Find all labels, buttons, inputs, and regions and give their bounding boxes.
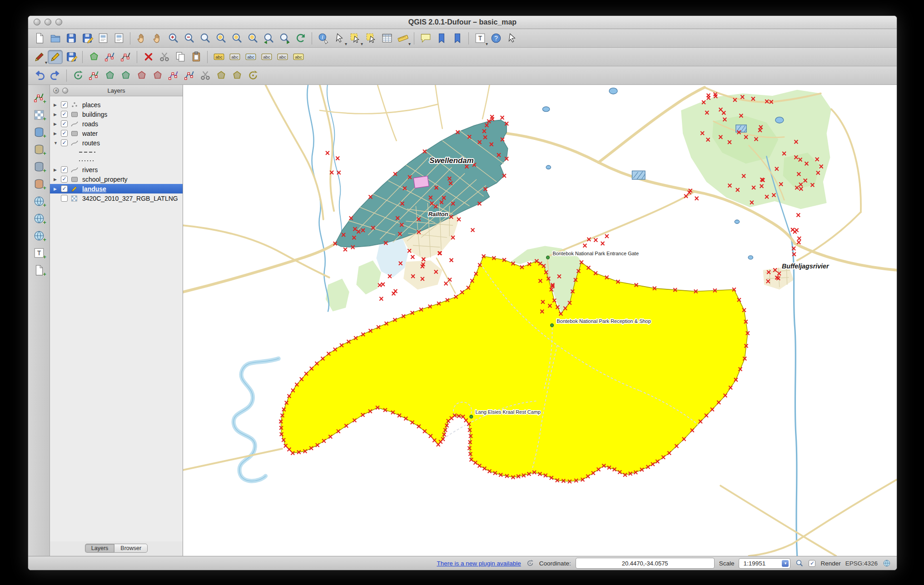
layer-item-rivers[interactable]: ▶✓rivers xyxy=(50,165,183,174)
node-tool-button[interactable] xyxy=(118,50,133,64)
expand-arrow-icon[interactable]: ▶ xyxy=(54,103,61,107)
layer-visibility-checkbox[interactable]: ✓ xyxy=(61,166,68,173)
open-attribute-table-button[interactable] xyxy=(379,31,394,45)
dropdown-arrow-icon[interactable]: ▾ xyxy=(408,41,411,46)
layer-visibility-checkbox[interactable]: ✓ xyxy=(61,101,68,108)
dropdown-arrow-icon[interactable]: ▾ xyxy=(486,41,488,46)
measure-button[interactable]: ▾ xyxy=(395,31,410,45)
add-postgis-layer-button[interactable]: + xyxy=(31,125,46,139)
layer-item-landuse[interactable]: ▶✓landuse xyxy=(50,184,183,193)
expand-arrow-icon[interactable]: ▶ xyxy=(54,122,61,126)
dropdown-arrow-icon[interactable]: ▾ xyxy=(45,60,47,65)
layer-item-places[interactable]: ▶✓places xyxy=(50,100,183,109)
copy-features-button[interactable] xyxy=(173,50,188,64)
toggle-editing-button[interactable] xyxy=(48,50,63,64)
undo-button[interactable] xyxy=(32,69,47,83)
rotate-point-symbols-button[interactable] xyxy=(245,69,260,83)
simplify-feature-button[interactable] xyxy=(86,69,101,83)
identify-features-button[interactable] xyxy=(316,31,331,45)
add-vector-layer-button[interactable]: + xyxy=(31,90,46,104)
show-bookmarks-button[interactable] xyxy=(450,31,465,45)
plugin-icon[interactable] xyxy=(526,559,535,568)
add-wfs-layer-button[interactable]: + xyxy=(31,228,46,243)
add-spatialite-layer-button[interactable]: + xyxy=(31,142,46,156)
split-features-button[interactable] xyxy=(198,69,213,83)
zoom-next-button[interactable] xyxy=(277,31,292,45)
refresh-map-button[interactable] xyxy=(293,31,308,45)
expand-arrow-icon[interactable]: ▶ xyxy=(54,168,61,172)
delete-ring-button[interactable] xyxy=(134,69,149,83)
delete-selected-button[interactable] xyxy=(141,50,156,64)
add-ring-button[interactable] xyxy=(102,69,117,83)
open-project-button[interactable] xyxy=(48,31,63,45)
dropdown-arrow-icon[interactable]: ▾ xyxy=(361,41,363,46)
pan-to-selection-button[interactable] xyxy=(150,31,165,45)
merge-features-button[interactable] xyxy=(214,69,229,83)
layer-item-roads[interactable]: ▶✓roads xyxy=(50,119,183,129)
combo-arrow-icon[interactable]: ▾ xyxy=(782,560,789,567)
new-shapefile-layer-button[interactable]: + xyxy=(31,263,46,277)
save-project-as-button[interactable] xyxy=(79,31,94,45)
collapse-arrow-icon[interactable]: ▼ xyxy=(54,141,61,145)
render-toggle[interactable]: ✓ Render xyxy=(809,560,840,567)
label-show-hide-button[interactable] xyxy=(243,50,258,64)
zoom-out-button[interactable] xyxy=(182,31,197,45)
layer-item-water[interactable]: ▶✓water xyxy=(50,129,183,138)
map-canvas[interactable]: SwellendamRailtonBontebok National Park … xyxy=(183,85,897,556)
zoom-full-button[interactable] xyxy=(214,31,229,45)
layer-visibility-checkbox[interactable]: ✓ xyxy=(61,176,68,183)
labeling-button[interactable] xyxy=(211,50,226,64)
layer-item-buildings[interactable]: ▶✓buildings xyxy=(50,109,183,119)
expand-arrow-icon[interactable]: ▶ xyxy=(54,177,61,182)
save-project-button[interactable] xyxy=(64,31,79,45)
rotate-feature-button[interactable] xyxy=(70,69,85,83)
add-part-button[interactable] xyxy=(118,69,133,83)
reshape-features-button[interactable] xyxy=(166,69,181,83)
layer-visibility-checkbox[interactable]: ✓ xyxy=(61,185,68,192)
add-delimited-text-layer-button[interactable]: + xyxy=(31,246,46,260)
coordinate-input[interactable] xyxy=(576,558,715,569)
cut-features-button[interactable] xyxy=(157,50,172,64)
dropdown-arrow-icon[interactable]: ▾ xyxy=(345,41,347,46)
new-project-button[interactable] xyxy=(32,31,47,45)
label-move-button[interactable] xyxy=(259,50,274,64)
add-wcs-layer-button[interactable]: + xyxy=(31,211,46,225)
expand-arrow-icon[interactable]: ▶ xyxy=(54,112,61,117)
current-edits-button[interactable]: ▾ xyxy=(32,50,47,64)
routes-symbology-item[interactable] xyxy=(50,156,183,165)
redo-button[interactable] xyxy=(48,69,63,83)
zoom-to-layer-button[interactable] xyxy=(245,31,260,45)
tab-layers[interactable]: Layers xyxy=(85,544,114,553)
zoom-in-button[interactable] xyxy=(166,31,181,45)
composer-manager-button[interactable] xyxy=(111,31,126,45)
crs-status-icon[interactable] xyxy=(882,559,891,568)
layer-item-routes[interactable]: ▼✓routes xyxy=(50,138,183,148)
expand-arrow-icon[interactable]: ▶ xyxy=(54,187,61,191)
render-checkbox[interactable]: ✓ xyxy=(809,560,815,567)
add-wms-layer-button[interactable]: + xyxy=(31,194,46,208)
plugin-available-link[interactable]: There is a new plugin available xyxy=(437,560,521,567)
paste-features-button[interactable] xyxy=(189,50,204,64)
magnifier-icon[interactable] xyxy=(795,559,804,568)
layer-visibility-checkbox[interactable]: ✓ xyxy=(61,120,68,127)
delete-part-button[interactable] xyxy=(150,69,165,83)
window-titlebar[interactable]: QGIS 2.0.1-Dufour – basic_map xyxy=(28,16,897,29)
save-layer-edits-button[interactable] xyxy=(64,50,79,64)
expand-arrow-icon[interactable]: ▶ xyxy=(54,131,61,136)
layer-item-3420C_2010_327_RGB_LATLNG[interactable]: 3420C_2010_327_RGB_LATLNG xyxy=(50,193,183,203)
routes-symbology-item[interactable] xyxy=(50,148,183,156)
merge-attributes-button[interactable] xyxy=(229,69,244,83)
pan-map-button[interactable] xyxy=(134,31,149,45)
help-contents-button[interactable] xyxy=(488,31,503,45)
layer-item-school_property[interactable]: ▶✓school_property xyxy=(50,174,183,184)
layer-visibility-checkbox[interactable] xyxy=(61,195,68,202)
zoom-native-button[interactable] xyxy=(198,31,213,45)
label-properties-button[interactable] xyxy=(291,50,306,64)
label-pin-button[interactable] xyxy=(227,50,242,64)
offset-curve-button[interactable] xyxy=(182,69,197,83)
run-feature-action-button[interactable]: ▾ xyxy=(332,31,347,45)
add-mssql-layer-button[interactable]: + xyxy=(31,159,46,174)
layer-visibility-checkbox[interactable]: ✓ xyxy=(61,139,68,146)
select-features-button[interactable]: ▾ xyxy=(348,31,363,45)
deselect-features-button[interactable] xyxy=(363,31,378,45)
